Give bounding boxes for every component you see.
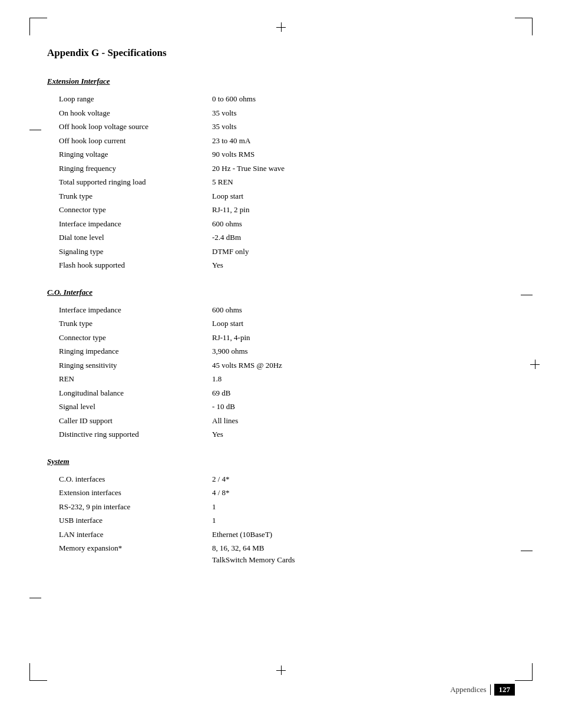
table-row: Off hook loop current 23 to 40 mA [59, 135, 527, 147]
corner-mark-bottom-left [29, 663, 47, 681]
spec-label: Connector type [59, 204, 212, 216]
corner-mark-top-right [515, 18, 533, 35]
spec-value: Yes [212, 259, 223, 271]
side-mark-left-top [29, 130, 41, 130]
spec-label: Trunk type [59, 318, 212, 330]
table-row: Total supported ringing load 5 REN [59, 176, 527, 188]
crosshair-right [530, 360, 540, 369]
spec-value: 1.8 [212, 373, 222, 385]
spec-label: REN [59, 373, 212, 385]
side-mark-right-top [521, 295, 533, 295]
spec-label: Ringing frequency [59, 163, 212, 174]
spec-value: -2.4 dBm [212, 232, 241, 243]
spec-label: Total supported ringing load [59, 176, 212, 188]
table-row: Connector type RJ-11, 4-pin [59, 332, 527, 344]
footer-page-number: 127 [494, 684, 515, 696]
spec-value: 35 volts [212, 107, 237, 119]
spec-label: Interface impedance [59, 218, 212, 230]
table-row: On hook voltage 35 volts [59, 107, 527, 119]
spec-label: RS-232, 9 pin interface [59, 501, 212, 513]
footer-page: Appendices 127 [450, 684, 515, 696]
corner-mark-top-left [29, 18, 47, 35]
system-section: System C.O. interfaces 2 / 4* Extension … [47, 457, 515, 566]
side-mark-right-bottom [521, 551, 533, 551]
table-row: Trunk type Loop start [59, 190, 527, 202]
system-title: System [47, 457, 515, 466]
spec-label: Trunk type [59, 190, 212, 202]
table-row: Ringing frequency 20 Hz - True Sine wave [59, 163, 527, 174]
footer: Appendices 127 [0, 684, 562, 696]
spec-value: 0 to 600 ohms [212, 93, 256, 105]
spec-value: 5 REN [212, 176, 233, 188]
spec-value: 45 volts RMS @ 20Hz [212, 360, 282, 371]
side-mark-left-bottom [29, 598, 41, 598]
page: Appendix G - Specifications Extension In… [0, 0, 562, 728]
spec-label: Longitudinal balance [59, 387, 212, 399]
spec-label: LAN interface [59, 529, 212, 541]
spec-value: 3,900 ohms [212, 345, 248, 357]
table-row: Dial tone level -2.4 dBm [59, 232, 527, 243]
spec-value: 1 [212, 501, 216, 513]
spec-label: Dial tone level [59, 232, 212, 243]
table-row: Connector type RJ-11, 2 pin [59, 204, 527, 216]
spec-value: 35 volts [212, 121, 237, 133]
spec-value: - 10 dB [212, 401, 235, 413]
co-interface-table: Interface impedance 600 ohms Trunk type … [59, 304, 527, 440]
extension-interface-table: Loop range 0 to 600 ohms On hook voltage… [59, 93, 527, 271]
extension-interface-section: Extension Interface Loop range 0 to 600 … [47, 77, 515, 271]
table-row: Signal level - 10 dB [59, 401, 527, 413]
table-row: Signaling type DTMF only [59, 246, 527, 258]
table-row: Loop range 0 to 600 ohms [59, 93, 527, 105]
table-row: C.O. interfaces 2 / 4* [59, 473, 527, 485]
table-row: Longitudinal balance 69 dB [59, 387, 527, 399]
spec-label: Flash hook supported [59, 259, 212, 271]
page-title: Appendix G - Specifications [47, 47, 515, 59]
table-row: Off hook loop voltage source 35 volts [59, 121, 527, 133]
spec-label: Signal level [59, 401, 212, 413]
table-row: REN 1.8 [59, 373, 527, 385]
extension-interface-title: Extension Interface [47, 77, 515, 86]
spec-value: RJ-11, 4-pin [212, 332, 250, 344]
spec-label: Off hook loop voltage source [59, 121, 212, 133]
table-row: Caller ID support All lines [59, 415, 527, 427]
spec-value: Loop start [212, 318, 243, 330]
table-row: LAN interface Ethernet (10BaseT) [59, 529, 527, 541]
spec-value: Ethernet (10BaseT) [212, 529, 272, 541]
table-row: Ringing voltage 90 volts RMS [59, 149, 527, 160]
spec-value-line1: 8, 16, 32, 64 MB [212, 542, 295, 554]
spec-label: Caller ID support [59, 415, 212, 427]
spec-label: On hook voltage [59, 107, 212, 119]
spec-label: Extension interfaces [59, 487, 212, 499]
table-row: Interface impedance 600 ohms [59, 218, 527, 230]
spec-label: Distinctive ring supported [59, 429, 212, 440]
spec-value: 90 volts RMS [212, 149, 254, 160]
co-interface-title: C.O. Interface [47, 288, 515, 297]
spec-label: USB interface [59, 515, 212, 526]
system-table: C.O. interfaces 2 / 4* Extension interfa… [59, 473, 527, 566]
spec-label: Off hook loop current [59, 135, 212, 147]
spec-value: Yes [212, 429, 223, 440]
spec-value: 1 [212, 515, 216, 526]
table-row: Memory expansion* 8, 16, 32, 64 MB TalkS… [59, 542, 527, 565]
spec-label: Connector type [59, 332, 212, 344]
crosshair-top [276, 22, 286, 32]
corner-mark-bottom-right [515, 663, 533, 681]
table-row: Extension interfaces 4 / 8* [59, 487, 527, 499]
spec-label: Memory expansion* [59, 542, 212, 565]
spec-value: DTMF only [212, 246, 249, 258]
spec-label: Interface impedance [59, 304, 212, 316]
table-row: Distinctive ring supported Yes [59, 429, 527, 440]
spec-value: 2 / 4* [212, 473, 230, 485]
co-interface-section: C.O. Interface Interface impedance 600 o… [47, 288, 515, 440]
table-row: Trunk type Loop start [59, 318, 527, 330]
spec-value: 23 to 40 mA [212, 135, 250, 147]
spec-value: RJ-11, 2 pin [212, 204, 249, 216]
spec-label: Ringing sensitivity [59, 360, 212, 371]
footer-appendices-label: Appendices [450, 685, 486, 694]
spec-value: 20 Hz - True Sine wave [212, 163, 285, 174]
spec-value: 600 ohms [212, 304, 242, 316]
spec-value: 4 / 8* [212, 487, 230, 499]
table-row: Interface impedance 600 ohms [59, 304, 527, 316]
spec-label: Ringing impedance [59, 345, 212, 357]
spec-value: 600 ohms [212, 218, 242, 230]
